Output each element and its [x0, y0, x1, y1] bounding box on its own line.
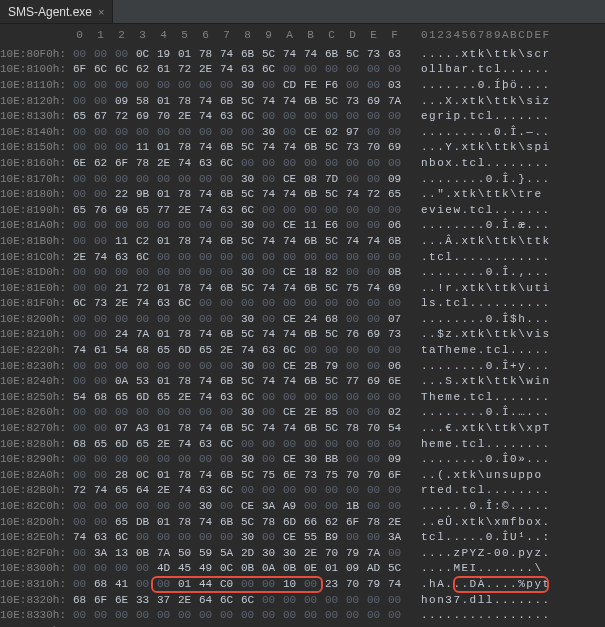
hex-row[interactable]: 10E:81F0h:6C732E74636C000000000000000000… [0, 296, 605, 312]
hex-byte[interactable]: 2E [384, 516, 405, 528]
hex-byte[interactable]: 5C [321, 235, 342, 247]
hex-byte[interactable]: 97 [342, 126, 363, 138]
hex-row[interactable]: 10E:82E0h:74636C00000000003000CE55B90000… [0, 529, 605, 545]
hex-byte[interactable]: 74 [279, 48, 300, 60]
hex-byte[interactable]: 2D [237, 547, 258, 559]
hex-byte[interactable]: 00 [321, 594, 342, 606]
hex-byte[interactable]: 00 [363, 453, 384, 465]
hex-byte[interactable]: 00 [195, 251, 216, 263]
hex-byte[interactable]: 00 [90, 375, 111, 387]
hex-byte[interactable]: 45 [174, 562, 195, 574]
hex-byte[interactable]: 24 [111, 328, 132, 340]
hex-byte[interactable]: 00 [258, 453, 279, 465]
hex-byte[interactable]: 00 [195, 219, 216, 231]
hex-byte[interactable]: 00 [90, 282, 111, 294]
hex-byte[interactable]: 00 [321, 438, 342, 450]
hex-byte[interactable]: 00 [153, 531, 174, 543]
hex-byte[interactable]: 74 [90, 484, 111, 496]
hex-byte[interactable]: 63 [216, 204, 237, 216]
hex-byte[interactable]: 6B [237, 48, 258, 60]
hex-byte[interactable]: 00 [258, 297, 279, 309]
hex-byte[interactable]: 6D [279, 516, 300, 528]
hex-byte[interactable]: 5C [321, 328, 342, 340]
hex-byte[interactable]: 00 [300, 594, 321, 606]
hex-byte[interactable]: 00 [384, 547, 405, 559]
hex-byte[interactable]: 09 [342, 562, 363, 574]
hex-byte[interactable]: 76 [342, 328, 363, 340]
hex-byte[interactable]: 6F [111, 157, 132, 169]
hex-byte[interactable]: 00 [258, 391, 279, 403]
hex-byte[interactable]: 78 [174, 282, 195, 294]
hex-byte[interactable]: 00 [321, 609, 342, 621]
hex-byte[interactable]: 74 [258, 375, 279, 387]
hex-byte[interactable]: 30 [237, 313, 258, 325]
hex-byte[interactable]: 00 [258, 219, 279, 231]
hex-byte[interactable]: 00 [90, 328, 111, 340]
hex-byte[interactable]: 00 [90, 516, 111, 528]
hex-byte[interactable]: 00 [174, 531, 195, 543]
hex-byte[interactable]: 2E [216, 344, 237, 356]
hex-byte[interactable]: 00 [132, 531, 153, 543]
hex-byte[interactable]: 00 [384, 126, 405, 138]
hex-byte[interactable]: 00 [69, 313, 90, 325]
hex-byte[interactable]: 00 [279, 126, 300, 138]
hex-byte[interactable]: 00 [153, 219, 174, 231]
hex-byte[interactable]: 63 [153, 297, 174, 309]
hex-byte[interactable]: 30 [258, 126, 279, 138]
hex-row[interactable]: 10E:8340h:000000000000000000000000000000… [0, 623, 605, 627]
hex-byte[interactable]: 22 [111, 188, 132, 200]
hex-byte[interactable]: 54 [69, 391, 90, 403]
hex-byte[interactable]: 00 [363, 531, 384, 543]
hex-byte[interactable]: 6C [174, 297, 195, 309]
hex-row[interactable]: 10E:8260h:00000000000000003000CE2E850000… [0, 405, 605, 421]
hex-byte[interactable]: 65 [111, 484, 132, 496]
hex-byte[interactable]: 00 [342, 360, 363, 372]
hex-byte[interactable]: 70 [342, 469, 363, 481]
hex-byte[interactable]: 00 [363, 266, 384, 278]
hex-byte[interactable]: 73 [90, 297, 111, 309]
hex-byte[interactable]: 00 [90, 406, 111, 418]
hex-byte[interactable]: 69 [363, 328, 384, 340]
hex-byte[interactable]: 30 [237, 266, 258, 278]
hex-byte[interactable]: 70 [342, 578, 363, 590]
hex-byte[interactable]: 00 [132, 313, 153, 325]
hex-byte[interactable]: 63 [216, 391, 237, 403]
hex-byte[interactable]: 68 [321, 313, 342, 325]
hex-byte[interactable]: 00 [342, 391, 363, 403]
hex-byte[interactable]: 5C [237, 95, 258, 107]
hex-byte[interactable]: 65 [132, 204, 153, 216]
hex-byte[interactable]: 62 [90, 157, 111, 169]
hex-byte[interactable]: 49 [195, 562, 216, 574]
hex-byte[interactable]: 2E [174, 391, 195, 403]
hex-byte[interactable]: CE [279, 219, 300, 231]
hex-byte[interactable]: 00 [363, 391, 384, 403]
hex-byte[interactable]: 0C [132, 48, 153, 60]
hex-byte[interactable]: 6B [300, 188, 321, 200]
hex-byte[interactable]: 1B [342, 500, 363, 512]
hex-byte[interactable]: 00 [174, 251, 195, 263]
hex-byte[interactable]: 00 [132, 578, 153, 590]
hex-byte[interactable]: 30 [237, 219, 258, 231]
hex-byte[interactable]: 6F [90, 594, 111, 606]
hex-byte[interactable]: 00 [69, 422, 90, 434]
hex-byte[interactable]: 6C [111, 63, 132, 75]
hex-byte[interactable]: C2 [132, 235, 153, 247]
hex-byte[interactable]: 6B [321, 48, 342, 60]
hex-row[interactable]: 10E:8160h:6E626F782E74636C00000000000000… [0, 155, 605, 171]
hex-row[interactable]: 10E:80F0h:0000000C190178746B5C74746B5C73… [0, 46, 605, 62]
hex-byte[interactable]: 68 [69, 438, 90, 450]
hex-byte[interactable]: B9 [321, 531, 342, 543]
hex-byte[interactable]: 55 [300, 531, 321, 543]
hex-byte[interactable]: 00 [258, 609, 279, 621]
hex-byte[interactable]: 00 [258, 594, 279, 606]
hex-byte[interactable]: 07 [384, 313, 405, 325]
hex-byte[interactable]: 00 [300, 438, 321, 450]
hex-byte[interactable]: 00 [363, 126, 384, 138]
hex-byte[interactable]: 00 [174, 266, 195, 278]
hex-byte[interactable]: 72 [363, 188, 384, 200]
hex-byte[interactable]: 0B [132, 547, 153, 559]
hex-byte[interactable]: 69 [384, 141, 405, 153]
hex-byte[interactable]: 5C [237, 141, 258, 153]
hex-byte[interactable]: 00 [195, 173, 216, 185]
hex-byte[interactable]: 00 [90, 95, 111, 107]
